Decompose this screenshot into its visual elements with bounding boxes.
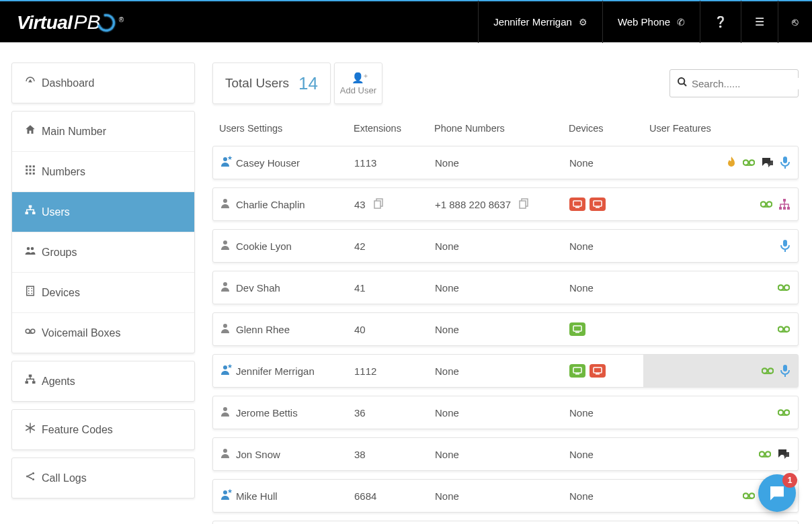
add-user-button[interactable]: 👤＋ Add User — [334, 62, 382, 104]
chat-icon[interactable] — [778, 449, 790, 460]
col-user-features: User Features — [649, 123, 792, 134]
devices-none: None — [569, 449, 594, 460]
svg-rect-65 — [575, 374, 579, 375]
sidebar-item-numbers[interactable]: Numbers — [12, 152, 194, 192]
voicemail-icon[interactable] — [760, 200, 772, 209]
sidebar-item-call-logs[interactable]: Call Logs — [12, 458, 194, 498]
table-row[interactable]: ★Mike Hull6684NoneNone — [212, 479, 799, 513]
sidebar-item-label: Voicemail Boxes — [42, 327, 120, 339]
devices-cell: None — [563, 438, 643, 470]
table-row[interactable]: ★Jerome Bettis36NoneNone — [212, 396, 799, 429]
chat-widget[interactable]: 1 — [758, 474, 796, 512]
svg-rect-10 — [26, 212, 29, 214]
table-row[interactable]: ★Casey Houser1113NoneNone — [212, 146, 799, 179]
extension-cell: 1112 — [348, 355, 428, 387]
table-row[interactable]: ★Glenn Rhee40None — [212, 312, 799, 346]
svg-rect-0 — [26, 165, 28, 167]
mic-icon[interactable] — [780, 240, 790, 252]
phone-value: None — [435, 241, 459, 252]
voicemail-icon[interactable] — [778, 283, 790, 292]
svg-rect-15 — [28, 288, 30, 290]
svg-point-37 — [223, 199, 227, 203]
svg-rect-43 — [596, 207, 600, 208]
device-badge[interactable] — [590, 364, 606, 378]
user-icon: ★ — [220, 322, 231, 336]
table-row[interactable]: ★Charlie Chaplin43+1 888 220 8637 — [212, 187, 799, 221]
table-row[interactable]: ★Dev Shah41NoneNone — [212, 271, 799, 304]
svg-point-57 — [223, 324, 227, 328]
device-badge[interactable] — [569, 364, 585, 378]
svg-rect-6 — [26, 173, 28, 175]
table-row[interactable]: ★Jon Snow38NoneNone — [212, 437, 799, 471]
extension-cell: 42 — [348, 230, 428, 262]
table-row[interactable]: ★Jennifer Merrigan1112None — [212, 354, 799, 388]
features-cell — [643, 188, 798, 220]
user-name: Cookie Lyon — [236, 241, 292, 252]
network-icon[interactable] — [779, 199, 790, 210]
account-menu[interactable]: Jennifer Merrigan ⚙ — [478, 1, 602, 43]
svg-point-13 — [31, 247, 34, 251]
sidebar-item-agents[interactable]: Agents — [12, 361, 194, 401]
search-input[interactable] — [692, 78, 805, 89]
sidebar-item-users[interactable]: Users — [12, 192, 194, 232]
sidebar-item-groups[interactable]: Groups — [12, 232, 194, 273]
svg-rect-7 — [30, 173, 32, 175]
user-name-cell: ★Jon Snow — [213, 438, 348, 470]
add-user-icon: 👤＋ — [352, 72, 364, 84]
menu-toggle[interactable]: ☰ — [741, 1, 778, 43]
svg-rect-24 — [29, 375, 32, 378]
table-row[interactable]: ★Mike Hulla6686NoneNone — [212, 521, 799, 524]
svg-point-72 — [223, 407, 227, 411]
total-users-label: Total Users — [225, 76, 289, 91]
sidebar-item-feature-codes[interactable]: Feature Codes — [12, 410, 194, 449]
svg-rect-66 — [594, 367, 602, 373]
sidebar-item-voicemail-boxes[interactable]: Voicemail Boxes — [12, 313, 194, 353]
devices-cell — [563, 313, 643, 345]
voicemail-icon[interactable] — [778, 408, 790, 417]
user-name: Casey Houser — [236, 157, 300, 169]
device-badge[interactable] — [590, 198, 606, 211]
topbar: Virtual PB ® Jennifer Merrigan ⚙ Web Pho… — [0, 0, 812, 42]
sidebar-item-main-number[interactable]: Main Number — [12, 112, 194, 152]
devices-cell: None — [563, 146, 643, 179]
chat-icon[interactable] — [762, 157, 774, 168]
user-name: Charlie Chaplin — [236, 199, 305, 210]
copy-icon[interactable] — [374, 198, 383, 211]
svg-line-31 — [684, 83, 686, 86]
sidebar-item-dashboard[interactable]: Dashboard — [12, 63, 194, 103]
phone-cell: None — [428, 355, 563, 387]
voicemail-icon[interactable] — [759, 449, 771, 459]
sitemap-icon — [24, 374, 42, 389]
extension-cell: 43 — [348, 188, 428, 220]
building-icon — [24, 285, 42, 300]
phone-cell: +1 888 220 8637 — [428, 188, 563, 220]
devices-cell: None — [563, 521, 643, 524]
user-icon: ★ — [220, 489, 231, 503]
logout-button[interactable]: ⎋ — [778, 1, 812, 43]
svg-point-22 — [31, 329, 35, 333]
phone-value: None — [435, 365, 459, 377]
device-badge[interactable] — [569, 322, 585, 336]
mic-icon[interactable] — [780, 157, 790, 169]
hotdesk-icon[interactable] — [727, 157, 736, 169]
copy-icon[interactable] — [519, 198, 528, 211]
help-icon: ❔ — [714, 15, 727, 28]
phone-value: None — [435, 407, 459, 419]
help-button[interactable]: ❔ — [700, 1, 741, 43]
asterisk-icon — [24, 422, 42, 437]
extension-cell: 36 — [348, 396, 428, 429]
webphone-button[interactable]: Web Phone ✆ — [602, 1, 700, 43]
device-badge[interactable] — [569, 198, 585, 211]
svg-rect-52 — [783, 240, 787, 247]
table-row[interactable]: ★Cookie Lyon42NoneNone — [212, 229, 799, 263]
sidebar-item-label: Numbers — [42, 166, 85, 178]
mic-icon[interactable] — [780, 365, 790, 377]
sidebar-item-devices[interactable]: Devices — [12, 273, 194, 313]
voicemail-icon[interactable] — [778, 324, 790, 334]
svg-rect-47 — [783, 199, 786, 202]
col-extensions: Extensions — [354, 123, 434, 134]
voicemail-icon[interactable] — [743, 158, 755, 167]
voicemail-icon[interactable] — [762, 366, 774, 376]
voicemail-icon[interactable] — [743, 491, 755, 500]
devices-none: None — [569, 282, 594, 294]
